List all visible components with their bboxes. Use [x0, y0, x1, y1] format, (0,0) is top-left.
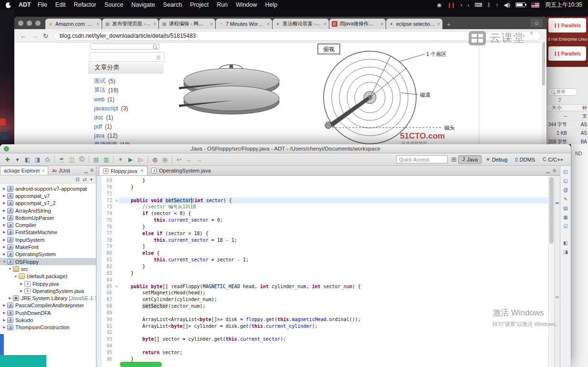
occurrence-marker[interactable]: [556, 202, 559, 204]
expand-icon[interactable]: ▶: [2, 252, 7, 256]
tasks-icon[interactable]: ☑: [561, 223, 570, 230]
code-line[interactable]: 74 if (sector < 0) {: [101, 210, 560, 217]
tree-item[interactable]: ▶JFloppy.java: [0, 280, 96, 287]
browser-tab[interactable]: ▤发布管理页面 - 网易云...×: [102, 19, 158, 29]
annotation-ruler[interactable]: [97, 176, 101, 367]
console-icon[interactable]: ▦: [561, 214, 570, 221]
perspective-ddms[interactable]: ▯DDMS: [512, 156, 538, 163]
code-line[interactable]: 87 setCylinder(cylinder_num);: [101, 296, 560, 303]
tree-item[interactable]: ▶JCompiler: [0, 221, 96, 228]
menubar-item-refactor[interactable]: Refactor: [74, 1, 96, 8]
code-line[interactable]: 72⊖ public void setSector(int sector) {: [101, 197, 560, 204]
file-row[interactable]: 344 字节AS: [547, 120, 588, 129]
perspective-cc[interactable]: CC/C++: [539, 156, 567, 163]
fold-marker[interactable]: ⊖: [114, 197, 119, 204]
code-line[interactable]: 90 ArrayList<ArrayList<byte[]>> disk = f…: [101, 316, 560, 323]
code-line[interactable]: 76 }: [101, 224, 560, 230]
tree-item[interactable]: ▶JThompsonConstruction: [0, 324, 96, 331]
code-editor[interactable]: 69 }70 }7172⊖ public void setSector(int …: [101, 176, 560, 367]
print-icon[interactable]: ⎙: [42, 155, 52, 164]
expand-icon[interactable]: ▶: [2, 216, 7, 220]
code-line[interactable]: 94: [101, 343, 560, 349]
code-line[interactable]: 86 setMagneticHead(head);: [101, 290, 560, 296]
us-flag-icon[interactable]: [531, 2, 539, 8]
new-java-project-icon[interactable]: ☕: [57, 155, 67, 164]
code-line[interactable]: 79 }: [101, 243, 560, 250]
tab-close-icon[interactable]: ×: [324, 22, 326, 27]
expand-icon[interactable]: ▶: [8, 296, 12, 300]
expand-icon[interactable]: ▶: [2, 325, 7, 329]
code-line[interactable]: 89: [101, 310, 560, 316]
type-hierarchy-icon[interactable]: ◱: [561, 177, 570, 184]
tree-item[interactable]: ▶JMakeFont: [0, 243, 96, 250]
dropdown-icon[interactable]: ▾: [12, 155, 22, 164]
code-line[interactable]: 85⊖ public byte[] readFloppy(MAGNETIC_HE…: [101, 283, 560, 290]
category-link[interactable]: 算法: [94, 86, 105, 94]
last-edit-icon[interactable]: ↩: [174, 155, 184, 164]
code-line[interactable]: 84: [101, 277, 560, 283]
file-row[interactable]: 208 字节BA: [547, 138, 588, 144]
code-line[interactable]: 95 return sector;: [101, 349, 560, 356]
forward-icon[interactable]: →: [194, 155, 204, 164]
app-menu-adt[interactable]: ADT: [19, 1, 31, 8]
collapse-icon[interactable]: ▼: [2, 260, 7, 263]
menubar-item-edit[interactable]: Edit: [55, 1, 66, 8]
expand-icon[interactable]: ▶: [2, 318, 7, 322]
tab-close-icon[interactable]: ×: [267, 22, 270, 27]
annotations-icon[interactable]: @: [561, 186, 570, 194]
finder-search-input[interactable]: 搜索: [548, 88, 578, 96]
problems-icon[interactable]: ◧: [561, 239, 570, 247]
code-line[interactable]: 91 ArrayList<byte[]> cylinder = disk.get…: [101, 323, 560, 330]
search-icon[interactable]: ◎: [160, 155, 170, 164]
menubar-item-help[interactable]: Help: [265, 1, 278, 8]
category-item[interactable]: doc(1): [94, 113, 165, 122]
kind-column-header[interactable]: 种: [582, 105, 587, 111]
avd-manager-icon[interactable]: ▥: [101, 155, 111, 164]
expand-icon[interactable]: ▶: [2, 311, 7, 315]
input-source-icon[interactable]: ↑: [496, 2, 498, 8]
code-line[interactable]: 71: [101, 191, 560, 197]
category-link[interactable]: javascript: [94, 105, 118, 112]
perspective-debug[interactable]: ✶Debug: [483, 156, 511, 163]
category-link[interactable]: 面试: [94, 77, 105, 85]
profile-avatar[interactable]: ☺: [530, 19, 543, 27]
collapse-icon[interactable]: ▼: [13, 275, 18, 278]
maximize-view-icon[interactable]: ⧉: [91, 168, 94, 173]
tree-item[interactable]: ▼(default package): [0, 273, 96, 280]
expand-icon[interactable]: ▶: [19, 282, 24, 286]
media-next-icon[interactable]: ›: [468, 2, 469, 8]
new-class-icon[interactable]: Ⓒ: [77, 155, 87, 164]
menubar-item-project[interactable]: Project: [190, 1, 209, 8]
category-item[interactable]: javascript(3): [94, 104, 165, 113]
tab-close-icon[interactable]: ×: [153, 22, 156, 27]
menubar-item-run[interactable]: Run: [217, 1, 228, 8]
tree-item[interactable]: ▶JOperatingSystem.java: [0, 287, 96, 294]
menubar-item-source[interactable]: Source: [105, 1, 124, 8]
tab-junit[interactable]: Ju JUnit: [48, 166, 73, 175]
expand-icon[interactable]: ▶: [2, 223, 7, 227]
close-window-icon[interactable]: [18, 21, 23, 26]
minimize-window-icon[interactable]: [27, 21, 32, 26]
maximize-editor-icon[interactable]: ⧉: [553, 168, 556, 173]
category-link[interactable]: doc: [94, 114, 103, 121]
code-line[interactable]: 80 else {: [101, 250, 560, 257]
editor-tab[interactable]: JOperatingSystem.java: [147, 166, 214, 175]
size-column-header[interactable]: 大小: [552, 105, 561, 111]
tree-item[interactable]: ▼src: [0, 265, 96, 272]
forward-icon[interactable]: →: [32, 32, 38, 40]
tree-item[interactable]: ▶Jappcompat_v7_2: [0, 200, 96, 207]
tree-item[interactable]: ▶JArrayAndString: [0, 207, 96, 214]
code-line[interactable]: 75 this.current_sector = 0;: [101, 217, 560, 224]
perspective-switcher-icon[interactable]: ⊞: [452, 156, 457, 163]
expand-icon[interactable]: ▶: [2, 194, 7, 198]
expand-icon[interactable]: ▶: [2, 238, 7, 242]
expand-icon[interactable]: ▶: [2, 209, 7, 213]
tree-item[interactable]: ▶JInputSystem: [0, 236, 96, 243]
new-package-icon[interactable]: ◫: [67, 155, 77, 164]
category-item[interactable]: pdf(1): [94, 122, 165, 131]
code-line[interactable]: 88 setSector(sector_num);: [101, 303, 560, 310]
code-line[interactable]: 83 }: [101, 270, 560, 277]
menubar-item-navigate[interactable]: Navigate: [131, 1, 155, 8]
expand-icon[interactable]: ▶: [2, 201, 7, 205]
code-line[interactable]: 70 }: [101, 184, 560, 191]
